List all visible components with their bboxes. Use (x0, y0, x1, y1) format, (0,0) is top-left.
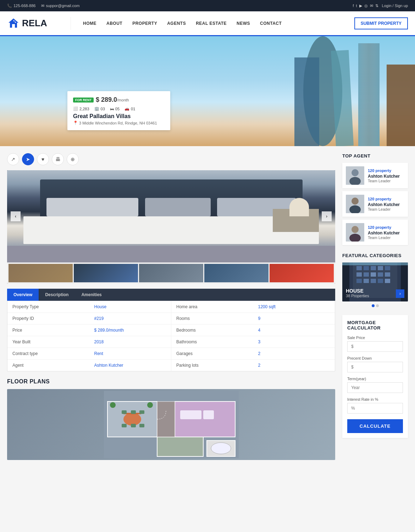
gallery-prev-button[interactable]: ‹ (11, 211, 21, 221)
twitter-icon[interactable]: t (356, 4, 357, 8)
svg-point-29 (352, 169, 359, 176)
main-gallery-image: ‹ › (7, 170, 335, 262)
thumbnail-4[interactable] (204, 264, 269, 282)
area-stat: ⬜ 2,283 (73, 106, 89, 111)
prop-value-rooms: 9 (253, 313, 335, 324)
svg-rect-4 (358, 43, 380, 146)
term-group: Term(year) (347, 377, 403, 393)
thumbnail-5[interactable] (270, 264, 334, 282)
nav-agents[interactable]: AGENTS (162, 11, 191, 36)
share-icon[interactable]: ⇅ (375, 4, 378, 8)
thumbnail-3[interactable] (139, 264, 203, 282)
hero-price-month: /month (117, 98, 129, 102)
prop-value-year: 2018 (89, 336, 171, 348)
nav-contact[interactable]: CONTACT (255, 11, 287, 36)
svg-point-20 (147, 402, 153, 408)
property-tabs: Overview Description Amenities (7, 289, 335, 301)
category-count: 38 Properties (346, 294, 369, 298)
floor-plans-title: FLOOR PLANS (7, 378, 335, 385)
submit-property-button[interactable]: SUBMIT PROPERTY (354, 17, 408, 29)
featured-categories-section: FEATURAL CATEGORIES (342, 253, 408, 307)
agent-person-icon-1 (346, 166, 364, 185)
svg-rect-15 (139, 410, 144, 414)
sale-price-input[interactable] (347, 341, 403, 352)
table-row: Price $ 289.0/mounth Bedrooms 4 (7, 325, 335, 336)
category-arrow-button[interactable]: › (396, 289, 404, 298)
share-button[interactable]: ↗ (7, 153, 19, 165)
table-row: Property Type House Home area 1200 sqft (7, 301, 335, 313)
hero-price: $ 289.0 (96, 96, 117, 104)
nav-property[interactable]: PROPERTY (127, 11, 162, 36)
instagram-icon[interactable]: ◎ (364, 4, 368, 8)
table-row: Contract type Rent Garages 2 (7, 348, 335, 360)
svg-rect-8 (387, 65, 415, 146)
agent-role-2: Team Leader (368, 207, 404, 211)
svg-point-25 (211, 443, 231, 454)
email-icon: ✉ (41, 4, 44, 8)
more-button[interactable]: ⊕ (67, 153, 79, 165)
table-row: Property ID #219 Rooms 9 (7, 313, 335, 325)
dot-1[interactable] (372, 304, 375, 307)
location-icon: 📍 (73, 121, 78, 125)
svg-rect-16 (122, 424, 127, 427)
prop-value-parking: 2 (253, 360, 335, 371)
navigate-button[interactable]: ➤ (22, 153, 34, 165)
nav-about[interactable]: ABOUT (101, 11, 127, 36)
agent-count-1: 120 property (368, 168, 404, 173)
prop-label-bedrooms: Bedrooms (171, 325, 253, 336)
prop-value-agent: Ashton Kutcher (89, 360, 171, 371)
svg-point-32 (352, 198, 359, 205)
property-address-hero: 📍 3 Middle Winchendon Rd, Rindge, NH 034… (73, 121, 165, 125)
prop-label-rooms: Rooms (171, 313, 253, 324)
favorite-button[interactable]: ♥ (37, 153, 49, 165)
gallery-next-button[interactable]: › (322, 211, 332, 221)
svg-rect-6 (294, 57, 319, 146)
prop-label-contract: Contract type (7, 348, 89, 359)
calculate-button[interactable]: CALCULATE (347, 419, 403, 433)
tab-description[interactable]: Description (39, 289, 75, 301)
main-content: ↗ ➤ ♥ 🖶 ⊕ (0, 146, 415, 467)
top-bar: 📞 125-668-886 ✉ suppor@gmail.com f t ▶ ◎… (0, 0, 415, 11)
print-button[interactable]: 🖶 (52, 153, 64, 165)
prop-label-id: Property ID (7, 313, 89, 324)
prop-label-bathrooms: Bathrooms (171, 336, 253, 348)
logo[interactable]: RELA (7, 17, 71, 30)
prop-label-parking: Parking lots (171, 360, 253, 371)
prop-label-garages: Garages (171, 348, 253, 359)
floor-plan-image (7, 389, 335, 460)
top-agent-title: TOP AGENT (342, 153, 408, 159)
thumbnail-2[interactable] (74, 264, 138, 282)
table-row: Agent Ashton Kutcher Parking lots 2 (7, 360, 335, 371)
phone-info: 📞 125-668-886 (7, 4, 35, 8)
top-agent-section: TOP AGENT 120 property Ashton Kutcher Te… (342, 153, 408, 245)
facebook-icon[interactable]: f (353, 4, 354, 8)
gallery-thumbnails (7, 262, 335, 284)
mail-icon[interactable]: ✉ (370, 4, 373, 8)
tab-amenities[interactable]: Amenities (75, 289, 108, 301)
youtube-icon[interactable]: ▶ (359, 4, 362, 8)
sale-price-label: Sale Price (347, 336, 403, 340)
hero-quick-stats: ⬜ 2,283 🏢 03 🛏 05 🚗 01 (73, 106, 165, 111)
svg-rect-22 (180, 410, 201, 419)
svg-marker-1 (12, 24, 15, 28)
login-link[interactable]: Login / Sign up (382, 4, 408, 8)
buildings-svg (188, 36, 415, 146)
percent-down-input[interactable] (347, 362, 403, 372)
nav-home[interactable]: HOME (78, 11, 101, 36)
nav-news[interactable]: NEWS (232, 11, 255, 36)
dot-2[interactable] (376, 304, 379, 307)
tab-overview[interactable]: Overview (7, 289, 39, 301)
thumbnail-1[interactable] (9, 264, 73, 282)
garage-stat: 🚗 01 (124, 106, 135, 111)
term-input[interactable] (347, 382, 403, 393)
svg-rect-14 (131, 410, 136, 414)
property-gallery: ‹ › (7, 170, 335, 284)
interest-rate-input[interactable] (347, 403, 403, 414)
category-label: HOUSE 38 Properties (346, 288, 369, 298)
percent-down-label: Precent Down (347, 356, 403, 360)
table-row: Year Built 2018 Bathrooms 3 (7, 336, 335, 348)
content-left: ↗ ➤ ♥ 🖶 ⊕ (7, 153, 335, 460)
agent-avatar-2 (346, 195, 364, 213)
prop-label-agent: Agent (7, 360, 89, 371)
nav-real-estate[interactable]: REAL ESTATE (191, 11, 232, 36)
